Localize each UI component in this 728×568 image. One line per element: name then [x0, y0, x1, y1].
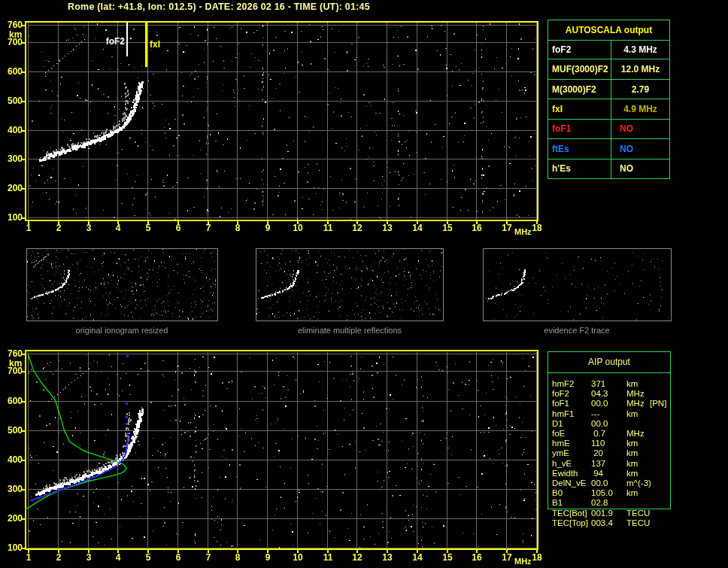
x-tick-label-top: 15: [438, 223, 457, 233]
aip-cell: 20: [591, 448, 603, 458]
autoscala-row-value: 2.79: [611, 80, 669, 99]
aip-cell: hmE: [552, 439, 570, 448]
x-tick-label-top: 9: [259, 223, 277, 233]
aip-cell: km: [626, 488, 638, 498]
aip-cell: D1: [552, 419, 563, 429]
aip-cell: 001.9: [591, 509, 613, 518]
aip-cell: foE: [552, 429, 565, 439]
y-tick-label-bottom: 100: [2, 543, 23, 553]
x-tick-label-top: 18: [528, 223, 546, 233]
x-tick-label-bottom: 17: [498, 553, 516, 563]
y-tick-label-top: 200: [2, 184, 23, 193]
y-tick-label-top: 700: [2, 38, 23, 47]
y-tick-label-bottom: 400: [2, 455, 23, 465]
x-tick-label-bottom: 4: [109, 553, 127, 563]
x-tick-label-bottom: 9: [259, 553, 277, 563]
autoscala-table-header: AUTOSCALA output: [548, 20, 669, 41]
autoscala-row-label: foF1: [548, 120, 611, 138]
aip-cell: km: [626, 469, 638, 478]
y-tick-label-top: 100: [2, 213, 23, 223]
x-tick-label-top: 4: [109, 223, 127, 233]
aip-row-foF2: foF204.3MHz: [548, 389, 676, 399]
aip-cell: MHz: [626, 399, 645, 409]
panel-caption-original: original ionogram resized: [39, 326, 205, 335]
aip-row-TEC[Top]: TEC[Top]003.4TECU: [548, 518, 676, 528]
autoscala-row-fxI: fxI4.9 MHz: [548, 99, 669, 118]
aip-cell: 94: [591, 469, 603, 478]
aip-cell: [PN]: [650, 399, 666, 409]
aip-cell: m^(-3): [626, 478, 651, 488]
x-tick-label-bottom: 5: [139, 553, 157, 563]
x-tick-label-top: 16: [468, 223, 486, 233]
aip-cell: TECU: [626, 518, 650, 528]
aip-row-hmF2: hmF2371km: [548, 379, 676, 389]
y-tick-label-bottom: 760: [2, 349, 23, 359]
autoscala-row-value: NO: [611, 120, 669, 138]
aip-row-D1: D100.0: [548, 419, 676, 429]
autoscala-row-value: 4.9 MHz: [611, 99, 669, 118]
aip-row-hmE: hmE110km: [548, 439, 676, 448]
x-tick-label-top: 12: [348, 223, 366, 233]
aip-cell: hmF1: [552, 409, 574, 419]
x-tick-label-bottom: 8: [229, 553, 247, 563]
aip-cell: DelN_vE: [552, 478, 586, 488]
aip-cell: foF1: [552, 399, 569, 409]
aip-cell: TEC[Top]: [552, 518, 588, 528]
aip-cell: TECU: [626, 509, 650, 518]
x-tick-label-bottom: 6: [169, 553, 187, 563]
aip-cell: MHz: [626, 429, 645, 439]
y-tick-label-bottom: 300: [2, 484, 23, 494]
x-tick-label-bottom: 3: [80, 553, 98, 563]
x-tick-label-top: 2: [50, 223, 68, 233]
aip-cell: 003.4: [591, 518, 613, 528]
aip-cell: B0: [552, 488, 563, 498]
x-tick-label-bottom: 10: [289, 553, 307, 563]
aip-cell: B1: [552, 498, 563, 508]
autoscala-row-label: M(3000)F2: [548, 80, 611, 99]
aip-cell: ymE: [552, 448, 569, 458]
autoscala-row-label: ftEs: [548, 139, 611, 158]
x-tick-label-bottom: 14: [408, 553, 426, 563]
y-tick-label-bottom: 700: [2, 366, 23, 376]
aip-cell: 00.0: [591, 419, 608, 429]
autoscala-row-value: NO: [611, 159, 669, 178]
aip-row-TEC[Bot]: TEC[Bot]001.9TECU: [548, 509, 676, 518]
autoscala-row-foF2: foF24.3 MHz: [548, 40, 669, 59]
x-tick-label-top: 10: [289, 223, 307, 233]
aip-row-DelN_vE: DelN_vE00.0m^(-3): [548, 478, 676, 488]
autoscala-row-value: NO: [611, 139, 669, 158]
x-tick-label-top: 7: [199, 223, 217, 233]
aip-row-foF1: foF100.0MHz[PN]: [548, 399, 676, 409]
x-tick-label-top: 13: [378, 223, 396, 233]
aip-row-Ewidth: Ewidth 94km: [548, 469, 676, 478]
aip-cell: km: [626, 439, 638, 448]
autoscala-row-label: foF2: [548, 40, 611, 59]
autoscala-row-value: 12.0 MHz: [611, 59, 669, 78]
aip-cell: 0.7: [591, 429, 605, 439]
aip-cell: 00.0: [591, 478, 608, 488]
x-tick-label-top: 5: [139, 223, 157, 233]
panel-caption-evidence: evidence F2 trace: [494, 326, 660, 335]
autoscala-row-label: fxI: [548, 99, 611, 118]
autoscala-row-ftEs: ftEsNO: [548, 138, 669, 158]
y-tick-label-top: 600: [2, 67, 23, 77]
y-tick-label-bottom: 200: [2, 514, 23, 524]
autoscala-row-MUF(3000)F2: MUF(3000)F212.0 MHz: [548, 59, 669, 78]
x-tick-label-bottom: 18: [528, 553, 546, 563]
aip-cell: 371: [591, 379, 605, 389]
autoscala-table: AUTOSCALA output foF24.3 MHzMUF(3000)F21…: [548, 20, 670, 179]
aip-row-foE: foE 0.7MHz: [548, 429, 676, 439]
x-tick-label-bottom: 7: [199, 553, 217, 563]
x-tick-label-top: 11: [319, 223, 337, 233]
x-tick-label-bottom: 1: [20, 553, 38, 563]
aip-row-B0: B0105.0km: [548, 488, 676, 498]
autoscala-row-value: 4.3 MHz: [611, 40, 669, 59]
aip-cell: 00.0: [591, 399, 608, 409]
y-tick-label-top: 500: [2, 96, 23, 106]
aip-cell: km: [626, 409, 638, 419]
page-title: Rome (lat: +41.8, lon: 012.5) - DATE: 20…: [68, 2, 370, 12]
x-tick-label-top: 3: [80, 223, 98, 233]
x-tick-label-top: 6: [169, 223, 187, 233]
y-tick-label-top: 760: [2, 20, 23, 30]
y-tick-label-bottom: 600: [2, 396, 23, 406]
